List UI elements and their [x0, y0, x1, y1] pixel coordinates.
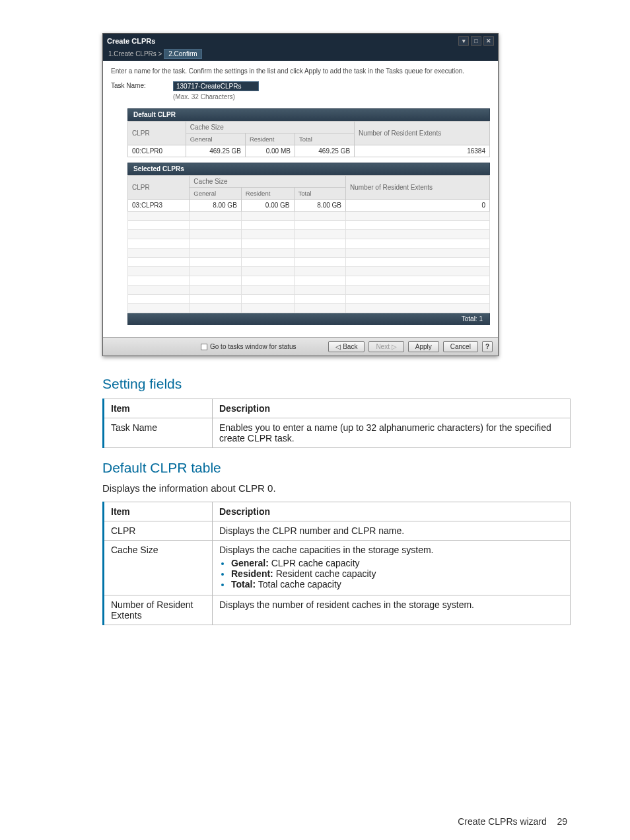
page-footer: Create CLPRs wizard 29: [458, 816, 567, 827]
default-clpr-panel: Default CLPR CLPR Cache Size Number of R…: [127, 108, 490, 157]
selected-clprs-table: CLPR Cache Size Number of Resident Exten…: [127, 175, 490, 313]
dialog-instruction: Enter a name for the task. Confirm the s…: [111, 67, 490, 75]
task-name-label: Task Name:: [111, 81, 164, 89]
task-name-hint: (Max. 32 Characters): [173, 93, 259, 100]
apply-button[interactable]: Apply: [408, 341, 439, 352]
create-clprs-dialog: Create CLPRs ▾ □ ✕ 1.Create CLPRs > 2.Co…: [102, 33, 499, 356]
breadcrumb-step1: 1.Create CLPRs: [108, 50, 157, 57]
setting-fields-table: Item Description Task Name Enables you t…: [102, 399, 571, 448]
dialog-titlebar: Create CLPRs ▾ □ ✕: [103, 34, 498, 48]
selected-total: Total: 1: [127, 313, 490, 325]
table-row: 00:CLPR0 469.25 GB 0.00 MB 469.25 GB 163…: [128, 145, 490, 157]
checkbox-icon[interactable]: [201, 344, 207, 350]
default-clpr-table-desc: Displays the information about CLPR 0.: [102, 482, 571, 494]
default-clpr-table: CLPR Cache Size Number of Resident Exten…: [127, 121, 490, 157]
default-clpr-header: Default CLPR: [127, 108, 490, 121]
selected-clprs-panel: Selected CLPRs CLPR Cache Size Number of…: [127, 163, 490, 325]
breadcrumb: 1.Create CLPRs > 2.Confirm: [103, 48, 498, 61]
breadcrumb-step2[interactable]: 2.Confirm: [164, 49, 201, 59]
help-button[interactable]: ?: [482, 341, 493, 352]
selected-clprs-header: Selected CLPRs: [127, 163, 490, 175]
setting-fields-heading: Setting fields: [102, 376, 571, 392]
dialog-footer: Go to tasks window for status ◁ Back Nex…: [103, 337, 498, 356]
close-icon[interactable]: ✕: [483, 36, 494, 46]
maximize-icon[interactable]: □: [471, 36, 481, 46]
go-to-tasks-checkbox[interactable]: Go to tasks window for status: [201, 343, 297, 350]
default-clpr-doc-table: Item Description CLPR Displays the CLPR …: [102, 502, 571, 625]
cancel-button[interactable]: Cancel: [443, 341, 478, 352]
minimize-icon[interactable]: ▾: [458, 36, 469, 46]
next-button: Next ▷: [368, 341, 403, 352]
task-name-input[interactable]: [173, 81, 259, 91]
table-row: 03:CLPR3 8.00 GB 0.00 GB 8.00 GB 0: [128, 200, 490, 211]
default-clpr-table-heading: Default CLPR table: [102, 460, 571, 476]
dialog-title: Create CLPRs: [107, 37, 155, 45]
back-button[interactable]: ◁ Back: [328, 341, 365, 352]
